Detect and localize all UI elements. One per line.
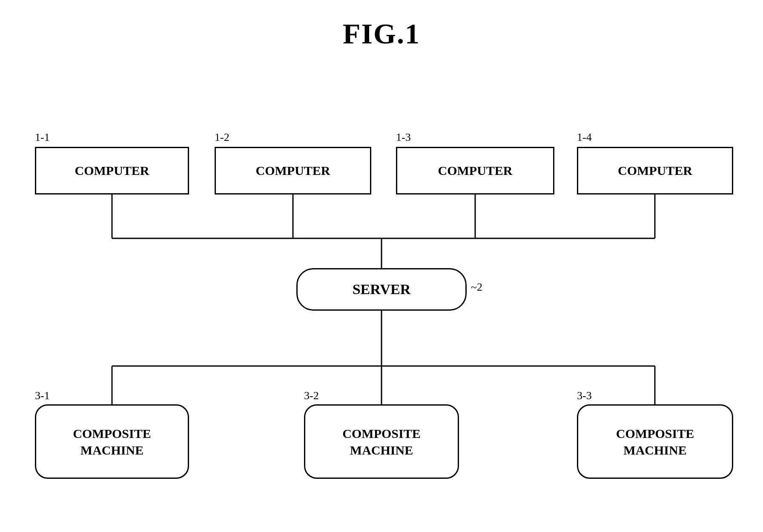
server: SERVER <box>296 268 467 311</box>
ref-1-4: 1-4 <box>577 131 592 144</box>
diagram: COMPUTER 1-1 COMPUTER 1-2 COMPUTER 1-3 C… <box>0 60 763 528</box>
computer-1-1: COMPUTER <box>35 147 189 194</box>
ref-1-2: 1-2 <box>215 131 229 144</box>
composite-machine-3-3: COMPOSITE MACHINE <box>577 404 733 479</box>
ref-1-3: 1-3 <box>396 131 411 144</box>
ref-3-2: 3-2 <box>304 389 319 402</box>
composite-machine-3-1: COMPOSITE MACHINE <box>35 404 189 479</box>
composite-machine-3-2: COMPOSITE MACHINE <box>304 404 459 479</box>
ref-server: ~2 <box>471 281 482 294</box>
computer-1-4: COMPUTER <box>577 147 733 194</box>
ref-3-1: 3-1 <box>35 389 50 402</box>
ref-3-3: 3-3 <box>577 389 592 402</box>
ref-1-1: 1-1 <box>35 131 50 144</box>
computer-1-2: COMPUTER <box>215 147 371 194</box>
computer-1-3: COMPUTER <box>396 147 554 194</box>
page-title: FIG.1 <box>0 0 763 51</box>
